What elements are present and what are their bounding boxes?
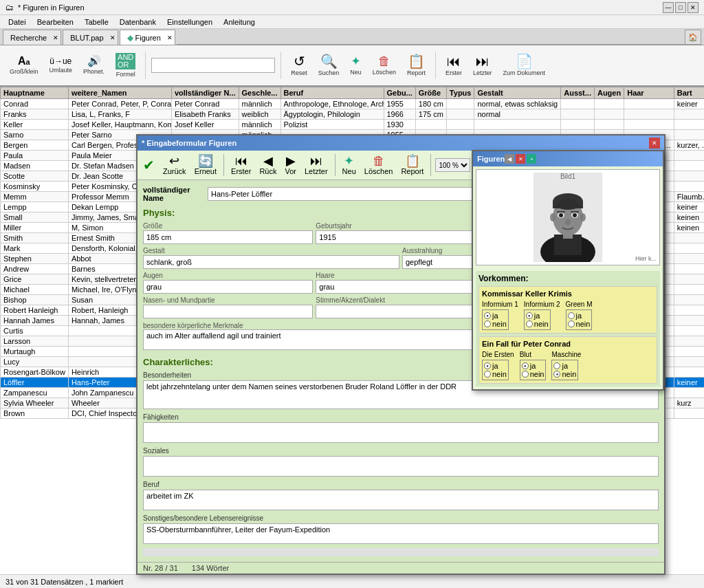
col-weitere-namen[interactable]: weitere_Namen	[68, 87, 171, 99]
tab-recherche[interactable]: Recherche ✕	[3, 30, 61, 45]
groesse-input[interactable]	[143, 230, 313, 244]
augen-input[interactable]	[143, 280, 313, 294]
tab-figuren[interactable]: ◆ Figuren ✕	[120, 30, 175, 45]
maximize-button[interactable]: □	[675, 2, 686, 13]
tool-neu[interactable]: ✦ Neu	[346, 54, 366, 77]
eform-erster[interactable]: ⏮ Erster	[228, 153, 254, 177]
informium1-ja[interactable]: ja	[484, 312, 507, 320]
eform-vor[interactable]: ▶ Vor	[282, 153, 299, 177]
eform-erneut[interactable]: 🔄 Erneut	[192, 153, 219, 177]
col-groesse[interactable]: Größe	[415, 87, 446, 99]
eform-zurueck[interactable]: ↩ Zurück	[160, 153, 189, 177]
col-geburt[interactable]: Gebu...	[384, 87, 415, 99]
tab-figuren-close[interactable]: ✕	[167, 34, 173, 41]
informium2-nein[interactable]: nein	[526, 320, 549, 328]
tool-gross-klein[interactable]: Aa Groß/klein	[6, 54, 43, 76]
die-ersten-nein[interactable]: nein	[484, 370, 507, 378]
tool-umlaute[interactable]: ü→ue Umlaute	[45, 56, 77, 75]
horizontal-scrollbar[interactable]	[143, 548, 659, 556]
soziales-textarea[interactable]	[143, 456, 659, 477]
minimize-button[interactable]: —	[663, 2, 674, 13]
maschine-nein[interactable]: nein	[553, 370, 576, 378]
tab-blut[interactable]: BLUT.pap ✕	[63, 30, 118, 45]
gestalt-input[interactable]	[143, 255, 399, 269]
eform-letzter-icon: ⏭	[310, 155, 322, 167]
home-button[interactable]: 🏠	[685, 30, 701, 45]
erneut-icon: 🔄	[198, 155, 213, 167]
tab-recherche-close[interactable]: ✕	[53, 34, 58, 41]
tool-letzter[interactable]: ⏭ Letzter	[469, 53, 496, 78]
menu-tabelle[interactable]: Tabelle	[79, 15, 114, 29]
tool-phonet[interactable]: 🔊 Phonet.	[79, 54, 109, 76]
menu-bearbeiten[interactable]: Bearbeiten	[32, 15, 79, 29]
informium1-nein[interactable]: nein	[484, 320, 507, 328]
col-vollstaendiger[interactable]: vollständiger N...	[171, 87, 239, 99]
menu-datei[interactable]: Datei	[3, 15, 32, 29]
eingabe-close[interactable]: ✕	[649, 138, 660, 149]
eform-neu-icon: ✦	[344, 155, 354, 167]
keller-krimis-title: Kommissar Keller Krimis	[482, 290, 654, 298]
col-ausst[interactable]: Ausst...	[561, 87, 595, 99]
eform-check[interactable]: ✔	[140, 157, 157, 173]
eform-neu[interactable]: ✦ Neu	[340, 153, 359, 177]
eform-erster-icon: ⏮	[235, 155, 248, 167]
die-ersten-ja[interactable]: ja	[484, 362, 507, 370]
col-hauptname[interactable]: Hauptname	[1, 87, 69, 99]
col-typus[interactable]: Typus	[446, 87, 474, 99]
col-geschlecht[interactable]: Geschle...	[239, 87, 280, 99]
tool-erster[interactable]: ⏮ Erster	[441, 53, 466, 78]
check-icon: ✔	[143, 158, 155, 172]
tool-report[interactable]: 📋 Report	[403, 53, 430, 78]
menu-datenbank[interactable]: Datenbank	[114, 15, 162, 29]
col-haar[interactable]: Haar	[624, 87, 674, 99]
table-cell: keinen	[674, 213, 704, 223]
col-augen[interactable]: Augen	[594, 87, 624, 99]
augen-label: Augen	[143, 272, 313, 279]
informium2-ja[interactable]: ja	[526, 312, 549, 320]
close-button[interactable]: ✕	[688, 2, 698, 13]
col-bart[interactable]: Bart	[674, 87, 704, 99]
col-beruf[interactable]: Beruf	[280, 87, 384, 99]
haare-input[interactable]	[316, 280, 485, 294]
figuren-scroll-left[interactable]: ◀	[505, 154, 514, 164]
menu-einstellungen[interactable]: Einstellungen	[162, 15, 218, 29]
search-input[interactable]	[151, 58, 275, 73]
eform-letzter[interactable]: ⏭ Letzter	[302, 153, 331, 177]
table-row[interactable]: FranksLisa, L, Franks, FElisabeth Franks…	[1, 109, 705, 120]
maschine-ja[interactable]: ja	[553, 362, 576, 370]
sonstiges-textarea[interactable]: SS-Obersturmbannführer, Leiter der Fayum…	[143, 523, 659, 544]
table-cell: Paula	[1, 151, 69, 161]
tool-zum-dokument[interactable]: 📄 Zum Dokument	[498, 53, 549, 78]
table-cell: Rosengart-Bölkow	[1, 367, 69, 378]
nasen-mund-input[interactable]	[143, 305, 313, 318]
eform-rueck[interactable]: ◀ Rück	[256, 153, 279, 177]
table-row[interactable]: KellerJosef Keller, Hauptmann, Kommi...J…	[1, 120, 705, 130]
erneut-label: Erneut	[195, 167, 217, 175]
figuren-mini-close[interactable]: ✕	[516, 154, 525, 164]
greenm-ja[interactable]: ja	[568, 312, 591, 320]
greenm-nein[interactable]: nein	[568, 320, 591, 328]
eform-report[interactable]: 📋 Report	[398, 153, 426, 177]
stimme-input[interactable]	[316, 305, 485, 318]
table-cell: kurz	[674, 398, 704, 409]
col-gestalt[interactable]: Gestalt	[474, 87, 561, 99]
table-row[interactable]: ConradPeter Conrad, Peter, P, Conrad, CP…	[1, 99, 705, 109]
tab-blut-close[interactable]: ✕	[110, 34, 116, 41]
zoom-select[interactable]: 100 % 75 % 125 %	[435, 158, 470, 172]
blut-ja[interactable]: ja	[522, 362, 544, 370]
faehigkeiten-textarea[interactable]	[143, 422, 659, 443]
figuren-mini-plus[interactable]: +	[527, 154, 536, 164]
eform-loeschen[interactable]: 🗑 Löschen	[362, 153, 396, 177]
tab-bar: Recherche ✕ BLUT.pap ✕ ◆ Figuren ✕ 🏠	[0, 29, 704, 45]
greenm-label: Green M	[566, 301, 593, 308]
menu-anleitung[interactable]: Anleitung	[218, 15, 261, 29]
tool-suchen[interactable]: 🔍 Suchen	[314, 53, 344, 78]
beruf-textarea[interactable]: arbeitet im ZK	[143, 490, 659, 510]
hier-ko-label: Hier k...	[635, 255, 657, 262]
table-cell: Miller	[1, 223, 69, 233]
geburtsjahr-input[interactable]	[316, 230, 485, 244]
blut-nein[interactable]: nein	[522, 370, 544, 378]
tool-formel[interactable]: ANDOR Formel	[111, 52, 140, 79]
tool-reset[interactable]: ↺ Reset	[287, 53, 311, 78]
tool-loeschen[interactable]: 🗑 Löschen	[368, 54, 400, 77]
